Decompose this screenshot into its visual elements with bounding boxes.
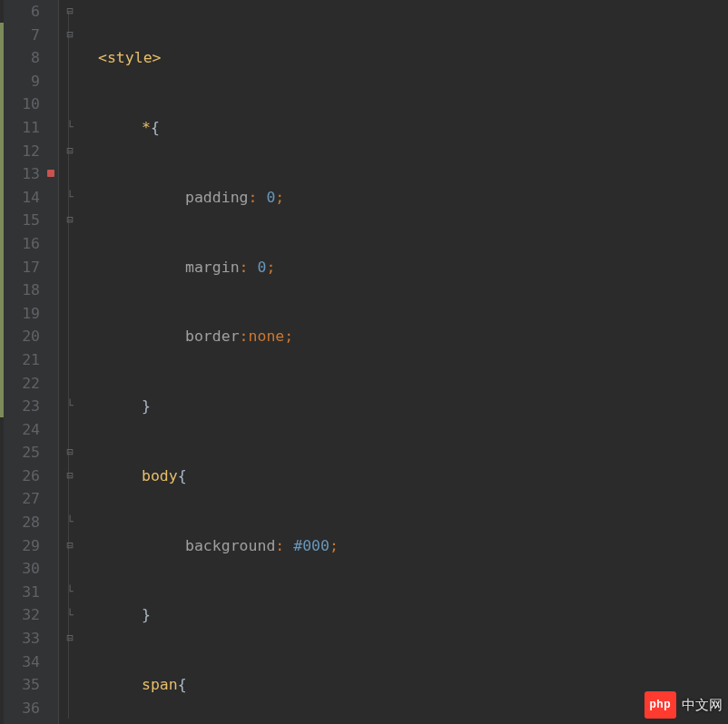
fold-close-icon[interactable]: └ [64,395,76,418]
breakpoint-column[interactable] [45,0,58,724]
fold-minus-icon[interactable]: ⊟ [64,465,76,488]
watermark-badge: php [644,691,677,719]
code-line[interactable]: background: #000; [98,534,728,558]
line-number: 10 [4,93,40,116]
line-number: 34 [4,651,40,674]
line-number: 29 [4,534,40,558]
fold-close-icon[interactable]: └ [64,604,76,628]
watermark: php 中文网 [644,691,723,719]
line-number: 23 [4,395,40,418]
semicolon: ; [275,189,284,206]
line-number: 8 [4,46,40,70]
line-number: 7 [4,24,40,47]
line-number: 22 [4,372,40,396]
line-number: 37 [4,719,40,724]
line-number: 6 [4,0,40,24]
fold-minus-icon[interactable]: ⊟ [64,140,76,163]
line-number: 33 [4,627,40,651]
fold-minus-icon[interactable]: ⊟ [64,24,76,47]
property: border [185,328,240,345]
selector: * [142,119,151,136]
line-number: 16 [4,232,40,256]
line-number: 17 [4,256,40,279]
code-line[interactable]: margin: 0; [98,256,728,279]
line-number: 25 [4,441,40,465]
property: background [185,537,275,554]
fold-minus-icon[interactable]: ⊟ [64,209,76,232]
selector: span [142,676,178,693]
fold-close-icon[interactable]: └ [64,116,76,140]
line-number: 20 [4,325,40,348]
tag-name: style [107,49,152,66]
code-line[interactable]: } [98,603,728,627]
line-number: 13 [4,162,40,186]
line-number: 14 [4,186,40,210]
line-number: 15 [4,209,40,232]
line-number: 18 [4,279,40,302]
fold-close-icon[interactable]: └ [64,720,76,724]
fold-minus-icon[interactable]: ⊟ [64,0,76,24]
fold-close-icon[interactable]: └ [64,511,76,534]
brace: { [151,119,160,136]
code-editor[interactable]: 6 7 8 9 10 11 12 13 14 15 16 17 18 19 20… [0,0,728,724]
brace: } [142,397,151,415]
fold-close-icon[interactable]: └ [64,581,76,604]
line-number: 30 [4,557,40,581]
number: 0 [266,189,275,206]
fold-minus-icon[interactable]: ⊟ [64,441,76,465]
gutter: 6 7 8 9 10 11 12 13 14 15 16 17 18 19 20… [4,0,45,724]
code-line[interactable]: border:none; [98,325,728,348]
tag-open: < [98,49,107,66]
code-line[interactable]: } [98,395,728,418]
code-line[interactable]: body{ [98,465,728,488]
fold-minus-icon[interactable]: ⊟ [64,534,76,558]
property: padding [185,189,249,206]
fold-column[interactable]: ⊟ ⊟ └ ⊟ └ ⊟ └ ⊟ ⊟ └ ⊟ └ └ ⊟ └ [58,0,78,724]
line-number: 26 [4,465,40,488]
breakpoint-icon[interactable] [47,170,54,177]
code-area[interactable]: <style> *{ padding: 0; margin: 0; border… [78,0,728,724]
line-number: 12 [4,140,40,163]
color: #000 [293,537,330,554]
fold-close-icon[interactable]: └ [64,186,76,210]
line-number: 36 [4,697,40,720]
keyword: none [249,328,285,345]
line-number: 24 [4,418,40,442]
watermark-text: 中文网 [682,693,723,717]
line-number: 11 [4,116,40,140]
selector: body [142,467,178,484]
code-line[interactable]: <style> [98,46,728,70]
code-line[interactable]: span{ [98,673,728,697]
line-number: 35 [4,673,40,697]
line-number: 32 [4,603,40,627]
line-number: 21 [4,348,40,372]
line-number: 28 [4,511,40,534]
line-number: 9 [4,70,40,93]
line-number: 27 [4,487,40,511]
tag-close: > [152,49,162,66]
colon: : [249,189,258,206]
code-line[interactable]: padding: 0; [98,186,728,210]
line-number: 31 [4,581,40,604]
line-number: 19 [4,302,40,326]
code-line[interactable]: *{ [98,116,728,140]
fold-minus-icon[interactable]: ⊟ [64,627,76,651]
property: margin [185,259,240,276]
